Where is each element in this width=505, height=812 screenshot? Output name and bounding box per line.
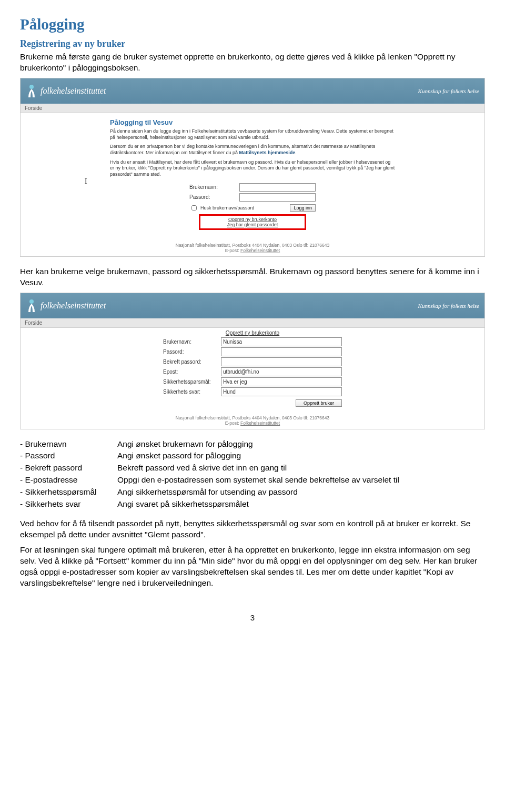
login-screenshot: I folkehelseinstituttet Kunnskap for fol…	[20, 78, 485, 257]
page-number: 3	[20, 613, 485, 622]
text-cursor-icon: I	[85, 177, 87, 186]
header-slogan-2: Kunnskap for folkets helse	[418, 303, 479, 309]
header-bar: folkehelseinstituttet Kunnskap for folke…	[21, 78, 484, 104]
def-desc: Angi ønsket passord for pålogging	[117, 450, 399, 463]
login-button[interactable]: Logg inn	[290, 204, 316, 212]
create-account-screenshot: folkehelseinstituttet Kunnskap for folke…	[20, 293, 485, 429]
create-confirm-input[interactable]	[221, 357, 342, 366]
svg-point-0	[29, 85, 34, 89]
login-para-1: På denne siden kan du logge deg inn i Fo…	[110, 128, 395, 141]
create-email-input[interactable]: utbrudd@fhi.no	[221, 367, 342, 376]
intro-paragraph: Brukerne må første gang de bruker system…	[20, 52, 485, 74]
def-term: - Sikkerhets svar	[20, 499, 117, 511]
def-desc: Angi svaret på sikkerhetsspørsmålet	[117, 499, 399, 511]
header-bar-2: folkehelseinstituttet Kunnskap for folke…	[21, 293, 484, 318]
def-row: - Sikkerhets svarAngi svaret på sikkerhe…	[20, 499, 399, 511]
paragraph-2: Her kan brukerne velge brukernavn, passo…	[20, 266, 485, 288]
create-password-label: Passord:	[163, 349, 221, 355]
password-label: Passord:	[189, 194, 239, 200]
def-row: - PassordAngi ønsket passord for påloggi…	[20, 450, 399, 463]
field-definitions: - BrukernavnAngi ønsket brukernavn for p…	[20, 439, 399, 512]
def-term: - Brukernavn	[20, 439, 117, 451]
create-form-title: Opprett ny brukerkonto	[163, 330, 342, 336]
svg-point-1	[29, 299, 34, 304]
logo-icon	[26, 298, 37, 313]
def-term: - Bekreft passord	[20, 463, 117, 475]
def-term: - Passord	[20, 450, 117, 463]
create-answer-label: Sikkerhets svar:	[163, 389, 221, 395]
def-term: - E-postadresse	[20, 475, 117, 487]
remember-label: Husk brukernavn/passord	[200, 205, 288, 210]
login-para-3: Hvis du er ansatt i Mattilsynet, har der…	[110, 159, 395, 178]
login-form: Brukernavn: Passord: Husk brukernavn/pas…	[189, 183, 316, 230]
create-username-label: Brukernavn:	[163, 339, 221, 345]
def-term: - Sikkerhetsspørsmål	[20, 487, 117, 499]
nav-tab: Forside	[21, 104, 484, 113]
create-username-input[interactable]: Nunissa	[221, 337, 342, 346]
page-heading: Pålogging	[20, 16, 485, 33]
create-password-input[interactable]	[221, 347, 342, 356]
site-logo-2: folkehelseinstituttet	[26, 298, 106, 313]
create-question-label: Sikkerhetsspørsmål:	[163, 379, 221, 385]
footer: Nasjonalt folkehelseinstitutt, Postboks …	[21, 239, 484, 256]
create-email-label: Epost:	[163, 369, 221, 375]
create-question-input[interactable]: Hva er jeg	[221, 377, 342, 386]
forgot-password-link[interactable]: Jeg har glemt passordet	[203, 222, 302, 227]
def-row: - BrukernavnAngi ønsket brukernavn for p…	[20, 439, 399, 451]
paragraph-4: For at løsningen skal fungere optimalt m…	[20, 545, 485, 589]
login-title: Pålogging til Vesuv	[110, 118, 395, 126]
def-row: - SikkerhetsspørsmålAngi sikkerhetsspørs…	[20, 487, 399, 499]
def-desc: Angi sikkerhetsspørsmål for utsending av…	[117, 487, 399, 499]
def-desc: Bekreft passord ved å skrive det inn en …	[117, 463, 399, 475]
create-form: Opprett ny brukerkonto Brukernavn: Nunis…	[163, 330, 342, 407]
paragraph-3: Ved behov for å få tilsendt passordet på…	[20, 518, 485, 540]
nav-tab-2: Forside	[21, 318, 484, 328]
def-row: - Bekreft passordBekreft passord ved å s…	[20, 463, 399, 475]
remember-checkbox[interactable]	[191, 205, 197, 210]
logo-text: folkehelseinstituttet	[41, 86, 106, 96]
logo-text-2: folkehelseinstituttet	[41, 301, 106, 310]
site-logo: folkehelseinstituttet	[26, 84, 106, 98]
def-desc: Oppgi den e-postadressen som systemet sk…	[117, 475, 399, 487]
create-answer-input[interactable]: Hund	[221, 387, 342, 396]
def-desc: Angi ønsket brukernavn for pålogging	[117, 439, 399, 451]
footer-2: Nasjonalt folkehelseinstitutt, Postboks …	[21, 412, 484, 429]
login-para-2: Dersom du er en privatperson ber vi deg …	[110, 144, 395, 156]
section-heading: Registrering av ny bruker	[20, 38, 485, 49]
create-account-link[interactable]: Opprett ny brukerkonto	[203, 217, 302, 222]
def-row: - E-postadresseOppgi den e-postadressen …	[20, 475, 399, 487]
create-confirm-label: Bekreft passord:	[163, 359, 221, 365]
header-slogan: Kunnskap for folkets helse	[418, 88, 479, 94]
password-input[interactable]	[239, 193, 316, 202]
username-input[interactable]	[239, 183, 316, 192]
username-label: Brukernavn:	[189, 184, 239, 190]
register-links-highlight: Opprett ny brukerkonto Jeg har glemt pas…	[199, 214, 306, 230]
create-user-button[interactable]: Opprett bruker	[296, 399, 342, 407]
logo-icon	[26, 84, 37, 98]
